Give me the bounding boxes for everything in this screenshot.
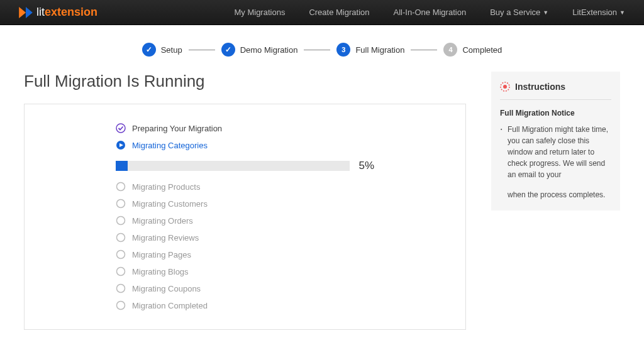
- svg-point-6: [117, 200, 125, 208]
- nav-items: My Migrations Create Migration All-In-On…: [234, 8, 625, 17]
- check-icon: ✓: [221, 43, 235, 57]
- instructions-subtitle: Full Migration Notice: [500, 109, 611, 117]
- svg-point-10: [117, 268, 125, 276]
- logo[interactable]: litextension: [19, 6, 97, 19]
- step-reviews: Migrating Reviews: [116, 232, 374, 243]
- nav-my-migrations[interactable]: My Migrations: [234, 8, 285, 17]
- circle-icon: [116, 215, 126, 226]
- nav-create-migration[interactable]: Create Migration: [309, 8, 369, 17]
- svg-point-7: [117, 217, 125, 225]
- svg-marker-0: [19, 7, 26, 18]
- page-title: Full Migration Is Running: [24, 72, 466, 91]
- step-label: Completed: [462, 45, 502, 55]
- step-label: Full Migration: [355, 45, 404, 55]
- circle-icon: [116, 182, 126, 192]
- navbar: litextension My Migrations Create Migrat…: [0, 0, 644, 25]
- step-full: 3 Full Migration: [336, 43, 404, 57]
- step-label: Migration Completed: [132, 301, 208, 310]
- step-label: Migrating Customers: [132, 199, 208, 209]
- caret-down-icon: ▼: [543, 9, 548, 16]
- migration-panel: Preparing Your Migration Migrating Categ…: [24, 104, 466, 330]
- step-setup[interactable]: ✓ Setup: [142, 43, 182, 57]
- progress-percent: 5%: [358, 160, 374, 172]
- svg-marker-1: [26, 7, 33, 18]
- step-completed-item: Migration Completed: [116, 300, 374, 310]
- step-demo[interactable]: ✓ Demo Migration: [221, 43, 298, 57]
- step-number: 4: [443, 43, 457, 57]
- nav-buy-service[interactable]: Buy a Service▼: [490, 8, 548, 17]
- caret-down-icon: ▼: [619, 9, 625, 16]
- step-preparing: Preparing Your Migration: [116, 123, 374, 133]
- step-label: Migrating Pages: [132, 250, 191, 259]
- step-categories: Migrating Categories: [116, 140, 374, 150]
- step-label: Migrating Products: [132, 182, 200, 192]
- step-connector: [411, 50, 437, 50]
- svg-point-9: [117, 251, 125, 259]
- circle-icon: [116, 283, 126, 293]
- circle-icon: [116, 199, 126, 209]
- circle-icon: [116, 266, 126, 276]
- progress-row: 5%: [116, 160, 374, 172]
- step-label: Migrating Blogs: [132, 267, 189, 276]
- nav-all-in-one[interactable]: All-In-One Migration: [394, 8, 467, 17]
- stepper: ✓ Setup ✓ Demo Migration 3 Full Migratio…: [0, 43, 644, 57]
- step-number: 3: [336, 43, 350, 57]
- step-orders: Migrating Orders: [116, 215, 374, 226]
- step-label: Migrating Coupons: [132, 284, 201, 293]
- check-icon: ✓: [142, 43, 156, 57]
- help-icon: [500, 82, 510, 92]
- step-coupons: Migrating Coupons: [116, 283, 374, 293]
- progress-bar: [116, 161, 350, 171]
- step-label: Migrating Orders: [132, 216, 193, 226]
- check-circle-icon: [116, 123, 126, 133]
- step-pages: Migrating Pages: [116, 249, 374, 259]
- progress-fill: [116, 161, 128, 171]
- circle-icon: [116, 232, 126, 243]
- nav-litextension[interactable]: LitExtension▼: [572, 8, 625, 17]
- instructions-title: Instructions: [515, 82, 565, 92]
- instructions-tail: when the process completes.: [500, 189, 611, 200]
- svg-point-12: [117, 302, 125, 310]
- svg-point-8: [117, 234, 125, 242]
- instructions-bullet: Full Migration might take time, you can …: [508, 124, 611, 180]
- step-label: Demo Migration: [240, 45, 298, 55]
- svg-point-11: [117, 285, 125, 293]
- step-customers: Migrating Customers: [116, 199, 374, 209]
- circle-icon: [116, 249, 126, 259]
- logo-icon: [19, 7, 33, 18]
- step-label: Migrating Categories: [132, 141, 208, 150]
- step-label: Setup: [161, 45, 182, 55]
- svg-point-5: [117, 183, 125, 191]
- step-connector: [304, 50, 330, 50]
- play-circle-icon: [116, 140, 126, 150]
- step-blogs: Migrating Blogs: [116, 266, 374, 276]
- step-products: Migrating Products: [116, 182, 374, 192]
- logo-text: litextension: [36, 6, 97, 19]
- circle-icon: [116, 300, 126, 310]
- svg-point-2: [116, 124, 125, 133]
- svg-point-14: [503, 85, 507, 89]
- instructions-panel: Instructions Full Migration Notice Full …: [491, 72, 620, 210]
- step-connector: [189, 50, 215, 50]
- step-completed: 4 Completed: [443, 43, 502, 57]
- step-label: Migrating Reviews: [132, 233, 199, 243]
- step-label: Preparing Your Migration: [132, 124, 222, 133]
